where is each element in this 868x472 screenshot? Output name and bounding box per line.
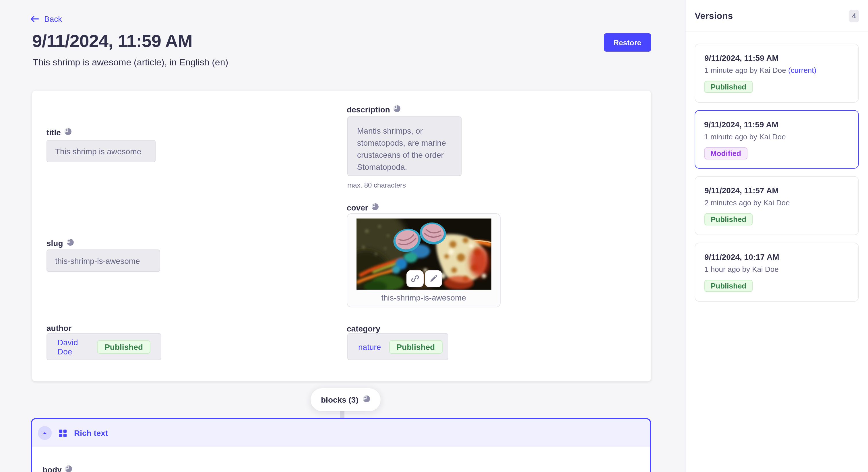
edit-cover-button[interactable] — [425, 270, 442, 287]
description-label-text: description — [347, 105, 390, 114]
slug-input: this-shrimp-is-awesome — [46, 249, 160, 272]
versions-sidebar: Versions 4 9/11/2024, 11:59 AM 1 minute … — [685, 0, 868, 472]
title-label-text: title — [46, 128, 61, 137]
collapse-button[interactable] — [38, 426, 52, 440]
entry-fields-card: title This shrimp is awesome description… — [32, 91, 651, 381]
category-relation: nature Published — [347, 333, 448, 360]
globe-icon — [67, 239, 74, 248]
version-meta: 1 minute ago by Kai Doe — [704, 132, 849, 141]
rich-text-title: Rich text — [74, 429, 108, 438]
globe-icon — [394, 105, 401, 114]
version-card[interactable]: 9/11/2024, 11:59 AM 1 minute ago by Kai … — [694, 43, 859, 103]
title-input: This shrimp is awesome — [46, 140, 156, 162]
category-status-badge: Published — [389, 340, 442, 353]
author-field-label: author — [46, 324, 71, 333]
version-date: 9/11/2024, 10:17 AM — [704, 252, 849, 262]
cover-media-card: this-shrimp-is-awesome — [347, 213, 501, 307]
category-label-text: category — [347, 324, 380, 333]
version-meta-text: 1 minute ago by Kai Doe — [704, 66, 786, 74]
versions-heading: Versions — [694, 11, 733, 21]
globe-icon — [64, 128, 72, 135]
back-label: Back — [44, 14, 62, 24]
slug-field-label: slug — [46, 239, 74, 248]
current-tag[interactable]: (current) — [786, 66, 816, 74]
globe-icon — [65, 465, 73, 472]
restore-button[interactable]: Restore — [603, 33, 651, 52]
link-icon — [410, 274, 420, 283]
cover-image — [356, 218, 491, 290]
component-grid-icon — [59, 429, 67, 437]
slug-label-text: slug — [46, 239, 63, 248]
version-status-badge: Modified — [704, 147, 747, 159]
globe-icon — [67, 239, 74, 246]
body-field-label: body — [42, 465, 640, 472]
body-label-text: body — [42, 465, 62, 472]
globe-icon — [363, 395, 371, 403]
version-status-badge: Published — [704, 81, 753, 93]
version-list: 9/11/2024, 11:59 AM 1 minute ago by Kai … — [685, 32, 868, 313]
version-meta: 1 hour ago by Kai Doe — [704, 265, 849, 274]
globe-icon — [363, 395, 371, 404]
author-label-text: author — [46, 324, 71, 333]
rich-text-header[interactable]: Rich text — [32, 419, 650, 447]
versions-header: Versions 4 — [685, 0, 868, 32]
cover-actions — [406, 270, 442, 287]
copy-link-button[interactable] — [406, 270, 423, 287]
category-link[interactable]: nature — [358, 342, 381, 351]
version-date: 9/11/2024, 11:59 AM — [704, 120, 849, 129]
version-status-badge: Published — [704, 280, 753, 292]
blocks-field-pill: blocks (3) — [311, 388, 381, 411]
version-card[interactable]: 9/11/2024, 10:17 AM 1 hour ago by Kai Do… — [694, 243, 859, 302]
chevron-up-icon — [42, 430, 48, 436]
arrow-left-icon — [30, 14, 40, 24]
pencil-icon — [429, 274, 438, 283]
title-field-label: title — [46, 128, 72, 137]
cover-field-label: cover — [347, 203, 379, 212]
page-subtitle: This shrimp is awesome (article), in Eng… — [33, 57, 228, 68]
version-date: 9/11/2024, 11:57 AM — [704, 186, 849, 195]
version-meta: 1 minute ago by Kai Doe (current) — [704, 66, 849, 74]
author-relation: David Doe Published — [46, 333, 161, 360]
description-field-label: description — [347, 105, 401, 114]
page-title: 9/11/2024, 11:59 AM — [32, 31, 192, 52]
blocks-pill-label: blocks (3) — [321, 395, 359, 404]
version-history-page: Back 9/11/2024, 11:59 AM This shrimp is … — [0, 0, 868, 472]
globe-icon — [64, 128, 72, 137]
back-link[interactable]: Back — [30, 14, 62, 24]
version-meta: 2 minutes ago by Kai Doe — [704, 198, 849, 207]
author-link[interactable]: David Doe — [57, 338, 89, 356]
cover-filename: this-shrimp-is-awesome — [347, 293, 500, 302]
category-field-label: category — [347, 324, 380, 333]
globe-icon — [65, 465, 73, 472]
globe-icon — [372, 203, 379, 212]
description-textarea: Mantis shrimps, or stomatopods, are mari… — [347, 116, 462, 176]
version-date: 9/11/2024, 11:59 AM — [704, 53, 849, 63]
version-card-selected[interactable]: 9/11/2024, 11:59 AM 1 minute ago by Kai … — [694, 110, 859, 169]
globe-icon — [372, 203, 379, 210]
description-hint: max. 80 characters — [347, 181, 406, 189]
rich-text-block: Rich text body — [31, 418, 651, 472]
version-card[interactable]: 9/11/2024, 11:57 AM 2 minutes ago by Kai… — [694, 176, 859, 235]
globe-icon — [394, 105, 401, 112]
author-status-badge: Published — [97, 340, 150, 353]
version-status-badge: Published — [704, 213, 753, 225]
versions-count-badge: 4 — [849, 9, 859, 22]
cover-label-text: cover — [347, 203, 368, 212]
